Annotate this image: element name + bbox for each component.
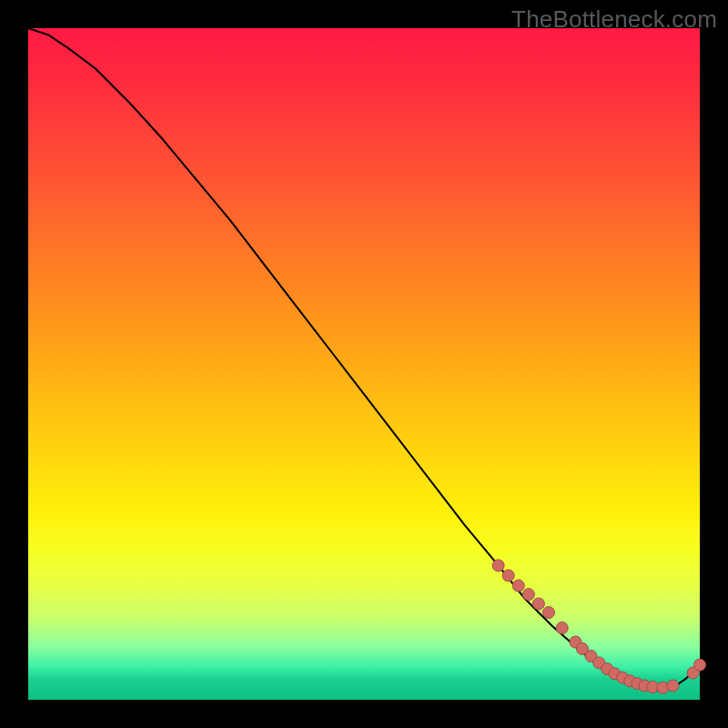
- data-marker: [556, 622, 568, 634]
- curve-svg: [28, 28, 700, 700]
- chart-frame: TheBottleneck.com: [0, 0, 728, 728]
- bottleneck-curve: [28, 28, 700, 691]
- data-marker: [694, 659, 706, 671]
- data-marker: [502, 570, 514, 581]
- gradient-plot-area: [28, 28, 700, 700]
- data-marker: [522, 589, 534, 601]
- data-marker: [667, 680, 679, 692]
- data-marker: [532, 598, 544, 610]
- data-marker: [542, 607, 554, 619]
- data-marker: [512, 580, 524, 592]
- data-marker: [492, 560, 504, 571]
